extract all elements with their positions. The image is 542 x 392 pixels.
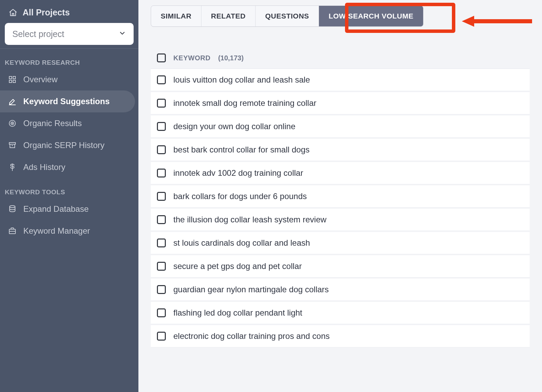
table-row[interactable]: best bark control collar for small dogs xyxy=(151,139,530,161)
table-row[interactable]: innotek adv 1002 dog training collar xyxy=(151,162,530,184)
sidebar-item-label: Organic Results xyxy=(23,119,82,128)
keyword-text: flashing led dog collar pendant light xyxy=(173,308,302,318)
keyword-text: best bark control collar for small dogs xyxy=(173,145,310,155)
archive-icon xyxy=(8,140,17,150)
table-row[interactable]: design your own dog collar online xyxy=(151,115,530,138)
svg-rect-3 xyxy=(13,80,15,83)
svg-marker-15 xyxy=(462,16,474,27)
row-checkbox[interactable] xyxy=(157,99,166,108)
briefcase-icon xyxy=(8,226,17,236)
table-header-row: KEYWORD (10,173) xyxy=(151,47,530,69)
chevron-down-icon xyxy=(119,29,126,39)
table-row[interactable]: st louis cardinals dog collar and leash xyxy=(151,232,530,254)
tab-questions[interactable]: QUESTIONS xyxy=(256,6,319,26)
sidebar-top: All Projects Select project xyxy=(0,0,138,49)
pencil-underline-icon xyxy=(8,97,17,106)
sidebar-item-label: Overview xyxy=(23,75,58,84)
home-icon xyxy=(8,8,18,17)
all-projects-link[interactable]: All Projects xyxy=(5,5,134,23)
keyword-text: st louis cardinals dog collar and leash xyxy=(173,238,310,248)
sidebar-item-label: Organic SERP History xyxy=(23,140,104,150)
table-row[interactable]: louis vuitton dog collar and leash sale xyxy=(151,69,530,91)
select-all-checkbox[interactable] xyxy=(157,53,166,62)
svg-rect-8 xyxy=(9,143,15,144)
sidebar-item-label: Keyword Suggestions xyxy=(23,97,110,106)
row-checkbox[interactable] xyxy=(157,75,166,84)
row-checkbox[interactable] xyxy=(157,122,166,131)
keyword-text: design your own dog collar online xyxy=(173,122,295,131)
table-row[interactable]: the illusion dog collar leash system rev… xyxy=(151,209,530,231)
main-content: SIMILARRELATEDQUESTIONSLOW SEARCH VOLUME… xyxy=(138,0,542,392)
keyword-text: electronic dog collar training pros and … xyxy=(173,331,330,341)
table-row[interactable]: innotek small dog remote training collar xyxy=(151,92,530,114)
row-checkbox[interactable] xyxy=(157,285,166,294)
sidebar-item-suggestions[interactable]: Keyword Suggestions xyxy=(0,90,135,112)
keyword-text: guardian gear nylon martingale dog colla… xyxy=(173,285,329,294)
keyword-table: KEYWORD (10,173) louis vuitton dog colla… xyxy=(151,47,530,347)
sidebar: All Projects Select project KEYWORD RESE… xyxy=(0,0,138,392)
svg-point-11 xyxy=(10,206,15,208)
keyword-text: innotek adv 1002 dog training collar xyxy=(173,168,303,178)
database-icon xyxy=(8,204,17,214)
row-checkbox[interactable] xyxy=(157,238,166,247)
row-checkbox[interactable] xyxy=(157,215,166,224)
sidebar-item-label: Ads History xyxy=(23,162,65,172)
row-checkbox[interactable] xyxy=(157,169,166,177)
table-row[interactable]: flashing led dog collar pendant light xyxy=(151,302,530,324)
section-label: KEYWORD RESEARCH xyxy=(0,49,138,69)
keyword-text: innotek small dog remote training collar xyxy=(173,98,317,108)
tab-related[interactable]: RELATED xyxy=(201,6,256,26)
project-select-placeholder: Select project xyxy=(12,29,64,39)
table-row[interactable]: guardian gear nylon martingale dog colla… xyxy=(151,279,530,301)
keyword-text: the illusion dog collar leash system rev… xyxy=(173,215,327,224)
row-checkbox[interactable] xyxy=(157,262,166,271)
row-checkbox[interactable] xyxy=(157,308,166,317)
table-row[interactable]: bark collars for dogs under 6 pounds xyxy=(151,185,530,208)
svg-rect-0 xyxy=(9,76,12,79)
keyword-count: (10,173) xyxy=(218,54,244,62)
tabs-area: SIMILARRELATEDQUESTIONSLOW SEARCH VOLUME xyxy=(151,5,530,27)
row-checkbox[interactable] xyxy=(157,192,166,201)
sidebar-item-kw-manager[interactable]: Keyword Manager xyxy=(0,220,135,242)
sidebar-nav: KEYWORD RESEARCHOverviewKeyword Suggesti… xyxy=(0,49,138,242)
sidebar-item-label: Keyword Manager xyxy=(23,226,90,236)
sidebar-item-ads-history[interactable]: Ads History xyxy=(0,156,135,178)
row-checkbox[interactable] xyxy=(157,145,166,154)
sidebar-item-label: Expand Database xyxy=(23,204,89,214)
tab-similar[interactable]: SIMILAR xyxy=(151,6,201,26)
all-projects-label: All Projects xyxy=(23,8,70,17)
column-keyword-label[interactable]: KEYWORD xyxy=(173,54,211,62)
row-checkbox[interactable] xyxy=(157,332,166,341)
tabbar: SIMILARRELATEDQUESTIONSLOW SEARCH VOLUME xyxy=(151,5,423,27)
sidebar-item-overview[interactable]: Overview xyxy=(0,69,135,90)
sidebar-item-serp-history[interactable]: Organic SERP History xyxy=(0,134,135,156)
keyword-text: bark collars for dogs under 6 pounds xyxy=(173,192,307,201)
target-icon xyxy=(8,119,17,128)
keyword-text: secure a pet gps dog and pet collar xyxy=(173,261,302,271)
keyword-text: louis vuitton dog collar and leash sale xyxy=(173,75,310,85)
section-label: KEYWORD TOOLS xyxy=(0,178,138,198)
project-select[interactable]: Select project xyxy=(5,23,134,45)
svg-rect-1 xyxy=(13,76,15,79)
tab-low-search-volume[interactable]: LOW SEARCH VOLUME xyxy=(319,6,423,26)
grid-icon xyxy=(8,75,17,84)
table-row[interactable]: electronic dog collar training pros and … xyxy=(151,325,530,347)
table-row[interactable]: secure a pet gps dog and pet collar xyxy=(151,255,530,278)
sidebar-item-organic-results[interactable]: Organic Results xyxy=(0,112,135,134)
annotation-arrow xyxy=(462,14,534,28)
svg-point-7 xyxy=(12,123,13,124)
dollar-icon xyxy=(8,162,17,172)
svg-rect-2 xyxy=(9,80,12,83)
sidebar-item-expand-db[interactable]: Expand Database xyxy=(0,198,135,220)
